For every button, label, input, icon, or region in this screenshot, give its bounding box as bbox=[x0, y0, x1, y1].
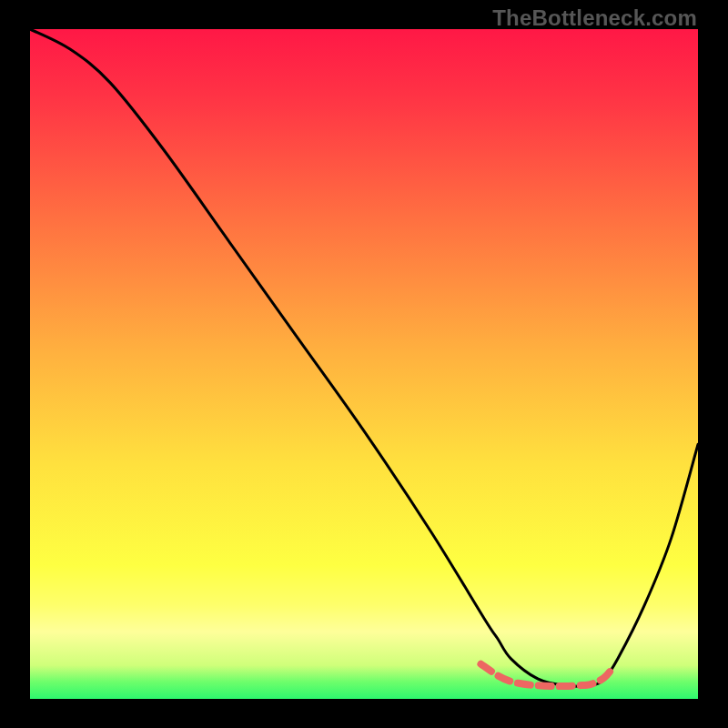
chart-frame bbox=[30, 29, 698, 699]
watermark-text: TheBottleneck.com bbox=[492, 5, 697, 31]
gradient-background bbox=[30, 29, 698, 699]
bottleneck-chart bbox=[30, 29, 698, 699]
